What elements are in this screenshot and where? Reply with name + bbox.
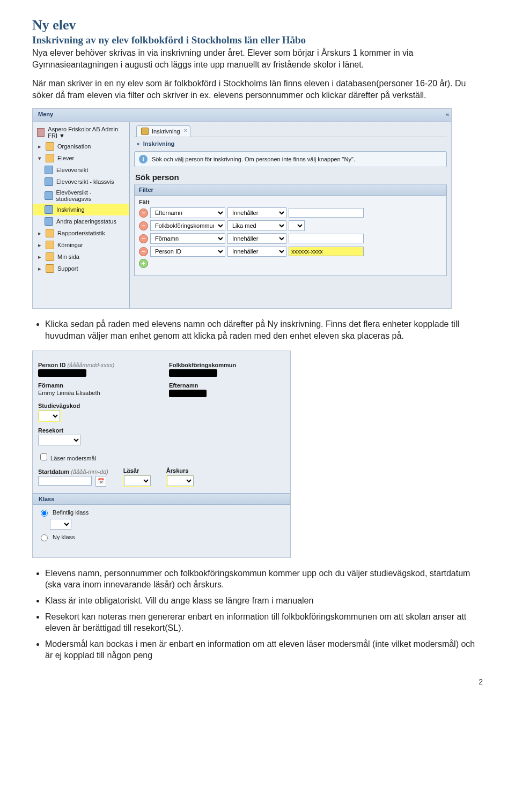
radio-input[interactable] (41, 510, 48, 517)
bullet-bottom: Elevens namn, personnummer och folkbokfö… (45, 568, 483, 591)
filter-value-select[interactable] (289, 220, 305, 231)
remove-filter-button[interactable]: − (139, 234, 148, 243)
select-resekort[interactable] (38, 435, 81, 445)
section-title-sok-person: Sök person (134, 167, 447, 184)
page-icon (45, 166, 53, 174)
house-icon (37, 128, 45, 137)
app-screenshot-1: Meny « Aspero Friskolor AB Admin FRI ▼ ▸… (32, 108, 452, 309)
filter-operator-select[interactable]: Innehåller (227, 207, 286, 218)
sidebar-item-elevoversikt-studievagsvis[interactable]: Elevöversikt - studievägsvis (33, 188, 129, 204)
filter-value-input[interactable] (289, 234, 364, 243)
sidebar-item-label: Elevöversikt - studievägsvis (56, 189, 126, 202)
label-folkkommun: Folkbokföringskommun (169, 362, 285, 368)
sidebar-item-elevoversikt[interactable]: Elevöversikt (33, 164, 129, 176)
sidebar-item-label: Support (57, 265, 78, 272)
folder-icon (46, 154, 54, 162)
sidebar-item-organisation[interactable]: ▸ Organisation (33, 140, 129, 152)
breadcrumb: ● Inskrivning (134, 137, 447, 151)
close-icon[interactable]: ✕ (183, 128, 188, 133)
expand-icon[interactable]: ▸ (37, 230, 42, 237)
expand-icon[interactable]: ▸ (37, 254, 42, 260)
breadcrumb-label: Inskrivning (143, 140, 175, 147)
filter-value-input[interactable] (289, 208, 364, 218)
sidebar-item-elever[interactable]: ▾ Elever (33, 152, 129, 164)
bullet-bottom: Modersmål kan bockas i men är enbart en … (45, 638, 483, 661)
sidebar-item-label: Inskrivning (56, 206, 85, 213)
checkbox-label: Läser modersmål (50, 455, 96, 461)
filter-operator-select[interactable]: Innehåller (227, 233, 286, 244)
sidebar-item-min-sida[interactable]: ▸ Min sida (33, 251, 129, 263)
remove-filter-button[interactable]: − (139, 247, 148, 256)
sidebar-item-rapporter[interactable]: ▸ Rapporter/statistik (33, 227, 129, 239)
tab-inskrivning[interactable]: Inskrivning ✕ (136, 125, 190, 137)
filter-panel: Fält − Efternamn Innehåller − Folkbokför… (134, 196, 447, 276)
filter-value-input[interactable] (289, 247, 364, 256)
checkbox-input[interactable] (40, 453, 47, 460)
radio-ny-klass[interactable]: Ny klass (38, 533, 285, 541)
sidebar-item-label: Organisation (57, 143, 91, 150)
filter-header[interactable]: Filter (134, 184, 447, 196)
filter-operator-select[interactable]: Lika med (227, 220, 286, 231)
select-studievagskod[interactable] (39, 411, 60, 421)
radio-befintlig-klass[interactable]: Befintlig klass (38, 508, 285, 517)
redacted-value (38, 369, 86, 377)
label-startdatum: Startdatum (åååå-mm-dd) (38, 468, 108, 475)
filter-field-select[interactable]: Person ID (150, 246, 225, 257)
folder-icon (46, 142, 54, 151)
expand-icon[interactable]: ▸ (37, 265, 42, 272)
label-lasar: Läsår (123, 467, 151, 474)
radio-label: Ny klass (53, 534, 75, 540)
sidebar-item-inskrivning[interactable]: Inskrivning (33, 204, 129, 215)
label-fornamn: Förnamn (38, 382, 154, 389)
page-icon (45, 177, 53, 186)
sidebar-org-selector[interactable]: Aspero Friskolor AB Admin FRI ▼ (33, 124, 129, 140)
filter-add-row: + (139, 259, 442, 268)
info-bar: i Sök och välj person för inskrivning. O… (134, 151, 447, 167)
expand-icon[interactable]: ▸ (37, 242, 42, 249)
radio-input[interactable] (41, 534, 48, 541)
page-subtitle: Inskrivning av ny elev folkbokförd i Sto… (32, 34, 483, 46)
sidebar-item-label: Rapporter/statistik (57, 230, 105, 236)
remove-filter-button[interactable]: − (139, 208, 148, 218)
page-icon (45, 191, 53, 200)
label-resekort: Resekort (38, 427, 285, 434)
filter-operator-select[interactable]: Innehåller (227, 246, 286, 257)
checkbox-laser-modersmal[interactable]: Läser modersmål (38, 455, 96, 461)
select-arskurs[interactable] (167, 475, 194, 486)
remove-filter-button[interactable]: − (139, 221, 148, 230)
app-screenshot-2: Person ID (ååååmmdd-xxxx) Folkbokförings… (32, 351, 291, 558)
highlight-box (123, 475, 151, 487)
page-icon (45, 205, 53, 214)
tab-row: Inskrivning ✕ (134, 125, 447, 137)
label-efternamn: Efternamn (169, 382, 285, 389)
filter-field-select[interactable]: Förnamn (150, 233, 225, 244)
label-arskurs: Årskurs (166, 467, 194, 474)
add-filter-button[interactable]: + (139, 259, 148, 268)
sidebar-item-andra-placeringsstatus[interactable]: Ändra placeringsstatus (33, 215, 129, 227)
filter-field-select[interactable]: Efternamn (150, 207, 225, 218)
page-title: Ny elev (32, 17, 483, 33)
bullet-bottom: Klass är inte obligatoriskt. Vill du ang… (45, 595, 483, 607)
main-area: Inskrivning ✕ ● Inskrivning i Sök och vä… (130, 122, 451, 308)
sidebar-item-support[interactable]: ▸ Support (33, 263, 129, 274)
input-startdatum[interactable] (38, 476, 92, 486)
sidebar-item-elevoversikt-klassvis[interactable]: Elevöversikt - klassvis (33, 176, 129, 188)
folder-icon (46, 229, 54, 237)
sidebar-item-korningar[interactable]: ▸ Körningar (33, 239, 129, 251)
tab-label: Inskrivning (152, 128, 180, 135)
expand-icon[interactable]: ▸ (37, 143, 42, 150)
collapse-icon[interactable]: « (442, 109, 451, 122)
section-header-klass: Klass (33, 493, 290, 505)
select-befintlig-klass[interactable] (50, 519, 71, 530)
select-lasar[interactable] (124, 475, 151, 486)
sidebar-item-label: Elever (57, 155, 74, 161)
filter-row: − Förnamn Innehåller (139, 233, 442, 244)
info-icon: i (139, 155, 148, 163)
sidebar-org-label: Aspero Friskolor AB Admin FRI ▼ (48, 126, 126, 139)
filter-row: − Folkbokföringskommun Lika med (139, 220, 442, 231)
bullet-mid: Klicka sedan på raden med elevens namn o… (45, 318, 483, 341)
radio-label: Befintlig klass (53, 509, 89, 516)
filter-field-select[interactable]: Folkbokföringskommun (150, 220, 225, 231)
collapse-icon[interactable]: ▾ (37, 155, 42, 162)
calendar-icon[interactable]: 📅 (95, 476, 106, 487)
